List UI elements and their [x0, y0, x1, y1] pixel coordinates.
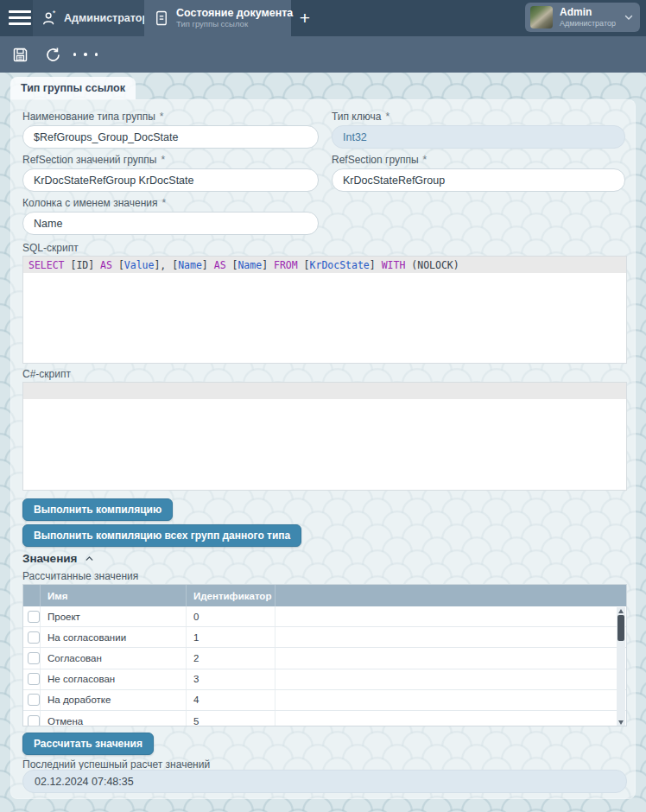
- table-row[interactable]: Не согласован3: [23, 669, 626, 690]
- table-row[interactable]: На согласовании1: [23, 627, 626, 648]
- row-identifier: 3: [187, 669, 276, 689]
- compile-all-button[interactable]: Выполнить компиляцию всех групп данного …: [22, 524, 301, 547]
- refsection-group-input[interactable]: [332, 168, 625, 192]
- key-type-field: [332, 125, 625, 149]
- values-section-header[interactable]: Значения: [22, 552, 95, 565]
- tab-administrator-label: Администратор: [64, 12, 149, 24]
- refresh-icon: [44, 46, 62, 64]
- row-checkbox-cell: [23, 606, 41, 626]
- row-checkbox[interactable]: [28, 631, 40, 644]
- refsection-values-label: RefSection значений группы*: [22, 154, 165, 166]
- row-checkbox[interactable]: [28, 652, 40, 664]
- user-menu[interactable]: Admin Администратор: [525, 3, 640, 32]
- user-role: Администратор: [560, 19, 623, 29]
- group-name-label: Наименование типа группы*: [22, 111, 163, 123]
- new-tab-button[interactable]: +: [292, 0, 318, 36]
- tab-administrator[interactable]: * Администратор: [33, 0, 144, 36]
- row-checkbox[interactable]: [28, 673, 40, 685]
- csharp-script-editor[interactable]: [22, 382, 627, 491]
- key-type-label: Тип ключа*: [332, 111, 390, 123]
- user-avatar: [530, 6, 553, 29]
- content-area: Тип группы ссылок Наименование типа груп…: [0, 73, 646, 812]
- row-identifier: 0: [187, 606, 276, 626]
- csharp-code-line: [23, 383, 626, 399]
- row-filler: [276, 690, 626, 710]
- row-checkbox-cell: [23, 690, 41, 710]
- refresh-button[interactable]: [36, 36, 69, 73]
- csharp-script-label: C#-скрипт: [22, 368, 71, 380]
- svg-text:*: *: [53, 10, 56, 17]
- tab-document-state-active[interactable]: Состояние документа Тип группы ссылок: [144, 0, 291, 36]
- row-filler: [276, 627, 626, 647]
- row-name: Отмена: [41, 711, 187, 726]
- row-checkbox-cell: [23, 648, 41, 668]
- header-identifier[interactable]: Идентификатор: [187, 585, 276, 606]
- row-filler: [276, 711, 626, 726]
- form-card: Наименование типа группы* Тип ключа* Ref…: [10, 99, 636, 799]
- header-name[interactable]: Имя: [41, 585, 187, 606]
- row-checkbox[interactable]: [28, 715, 40, 726]
- scrollbar-thumb[interactable]: [618, 615, 624, 641]
- last-calc-label: Последний успешный расчет значений: [22, 758, 210, 771]
- table-row[interactable]: Проект0: [23, 606, 626, 627]
- hamburger-menu-icon[interactable]: [9, 10, 31, 26]
- compile-button[interactable]: Выполнить компиляцию: [22, 498, 173, 521]
- calculated-values-label: Рассчитанные значения: [22, 570, 138, 582]
- table-scrollbar[interactable]: [617, 607, 625, 726]
- user-name: Admin: [560, 6, 623, 18]
- row-checkbox[interactable]: [28, 611, 40, 623]
- row-name: На доработке: [41, 690, 187, 710]
- card-tab-ref-group-type[interactable]: Тип группы ссылок: [10, 77, 136, 99]
- save-icon: [11, 46, 29, 64]
- group-name-input[interactable]: [22, 125, 319, 149]
- refsection-group-label: RefSection группы*: [332, 154, 427, 166]
- kebab-icon: [73, 53, 77, 56]
- row-checkbox[interactable]: [28, 694, 40, 706]
- row-name: Проект: [41, 606, 187, 626]
- table-row[interactable]: Отмена5: [23, 711, 626, 726]
- row-name: На согласовании: [41, 627, 187, 647]
- row-name: Не согласован: [41, 669, 187, 689]
- scroll-up-arrow[interactable]: [618, 609, 624, 613]
- document-icon: [154, 10, 169, 27]
- row-identifier: 1: [187, 627, 276, 647]
- row-identifier: 2: [187, 648, 276, 668]
- save-button[interactable]: [3, 36, 36, 73]
- header-filler: [276, 585, 626, 606]
- top-bar: * Администратор Состояние документа Тип …: [0, 0, 646, 36]
- row-identifier: 5: [187, 711, 276, 726]
- last-calc-value: 02.12.2024 07:48:35: [22, 770, 627, 793]
- header-checkbox-cell: [23, 585, 41, 606]
- refsection-values-input[interactable]: [22, 168, 319, 192]
- values-table: Имя Идентификатор Проект0На согласовании…: [22, 584, 627, 726]
- row-name: Согласован: [41, 648, 187, 668]
- table-row[interactable]: На доработке4: [23, 690, 626, 711]
- tab-title: Состояние документа: [176, 7, 293, 19]
- sql-script-editor[interactable]: SELECT [ID] AS [Value], [Name] AS [Name]…: [22, 256, 627, 364]
- person-add-icon: *: [41, 10, 58, 27]
- values-table-header: Имя Идентификатор: [23, 585, 626, 606]
- values-section-title: Значения: [22, 552, 77, 565]
- chevron-up-icon: [84, 553, 95, 564]
- values-table-body: Проект0На согласовании1Согласован2Не сог…: [23, 606, 626, 726]
- more-options-button[interactable]: [69, 36, 102, 73]
- row-identifier: 4: [187, 690, 276, 710]
- row-checkbox-cell: [23, 627, 41, 647]
- row-checkbox-cell: [23, 711, 41, 726]
- sql-script-label: SQL-скрипт: [22, 242, 79, 254]
- sql-code-line: SELECT [ID] AS [Value], [Name] AS [Name]…: [23, 257, 626, 273]
- action-toolbar: [0, 36, 646, 73]
- row-filler: [276, 648, 626, 668]
- table-row[interactable]: Согласован2: [23, 648, 626, 669]
- row-filler: [276, 606, 626, 626]
- chevron-down-icon: [623, 11, 635, 23]
- name-column-input[interactable]: [22, 212, 319, 235]
- tab-subtitle: Тип группы ссылок: [176, 20, 293, 29]
- scroll-down-arrow[interactable]: [618, 720, 624, 725]
- row-checkbox-cell: [23, 669, 41, 689]
- name-column-label: Колонка с именем значения*: [22, 197, 166, 209]
- row-filler: [276, 669, 626, 689]
- calculate-values-button[interactable]: Рассчитать значения: [22, 733, 154, 755]
- app-window: * Администратор Состояние документа Тип …: [0, 0, 646, 812]
